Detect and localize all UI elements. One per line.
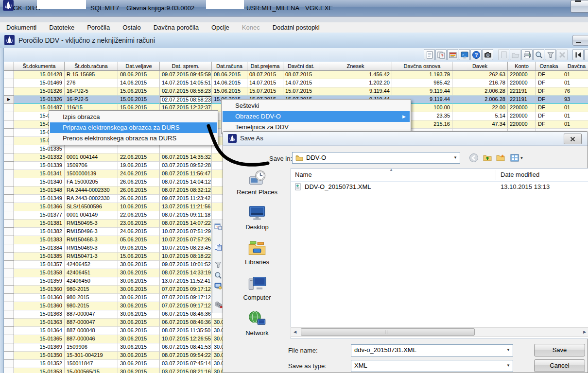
cell[interactable]: DF <box>536 104 562 112</box>
cell[interactable]: 26.06.2015 <box>118 186 160 195</box>
cell[interactable]: 15.06.2015 <box>118 96 160 104</box>
cell[interactable]: 06.07.2015 14:35:32 <box>160 153 212 162</box>
nav-first-icon[interactable] <box>572 49 584 60</box>
menu-item-obrazec-ddv-o[interactable]: Obrazec DDV-O▶ <box>223 111 410 122</box>
cell[interactable]: 10.06.2015 <box>118 203 160 211</box>
cell[interactable]: 09.07.2015 11:23:42 <box>160 195 212 203</box>
row-marker[interactable] <box>4 327 14 335</box>
cell[interactable]: 1509906 <box>65 343 118 352</box>
cell[interactable]: 30.06.2015 <box>118 327 160 335</box>
row-marker[interactable] <box>4 87 14 96</box>
table-row[interactable]: 15-01428R-15-1569508.06.201509.07.2015 0… <box>4 71 588 79</box>
cell[interactable]: DF <box>536 96 562 104</box>
cell[interactable]: 03.07.2015 08:21:16 <box>160 368 212 373</box>
cell[interactable]: 08.07.2015 09:54:22 <box>160 352 212 360</box>
cell[interactable]: 10.07.2015 12:26:55 <box>160 335 212 343</box>
cell[interactable]: 24.06.2015 <box>118 170 160 178</box>
row-marker[interactable] <box>4 79 14 87</box>
cell[interactable]: 15-01326 <box>14 96 65 104</box>
column-header-5[interactable]: Dat.računa <box>212 62 247 71</box>
row-marker[interactable] <box>4 195 14 203</box>
file-row[interactable]: DDV-O_20150731.XML13.10.2015 13:13 <box>291 182 588 192</box>
zoom-icon[interactable] <box>533 49 544 60</box>
nav-prev-icon[interactable] <box>584 49 588 60</box>
cell[interactable]: 15-01385 <box>14 253 65 261</box>
cell[interactable]: RM150496-3 <box>65 228 118 236</box>
menu-datoteke[interactable]: Datoteke <box>43 24 81 31</box>
row-marker[interactable] <box>4 170 14 178</box>
cell[interactable]: 01 <box>562 104 588 112</box>
cell[interactable]: 15-01326 <box>14 87 65 96</box>
cell[interactable]: 15-01384 <box>14 244 65 253</box>
cell[interactable]: 08.07.2015 <box>283 71 319 79</box>
row-marker[interactable] <box>4 319 14 327</box>
row-marker[interactable] <box>4 220 14 228</box>
cell[interactable]: 276 <box>65 79 118 87</box>
views-menu-button[interactable]: ▼ <box>508 153 525 163</box>
cell[interactable]: 15-01469 <box>14 79 65 87</box>
row-marker[interactable] <box>4 360 14 368</box>
cell[interactable] <box>118 145 160 153</box>
place-computer[interactable]: Computer <box>225 275 289 301</box>
cell[interactable]: 15-01360 <box>14 294 65 302</box>
cell[interactable]: 15-01332 <box>14 153 65 162</box>
cell[interactable]: 10.07.2015 08:23:45 <box>160 244 212 253</box>
row-marker[interactable] <box>4 261 14 269</box>
cell[interactable]: 15.06.2015 <box>118 253 160 261</box>
row-marker[interactable] <box>4 211 14 220</box>
cell[interactable]: 887-000047 <box>65 310 118 319</box>
cell[interactable]: 03.07.2015 09:52:28 <box>160 162 212 170</box>
cell[interactable]: 03.07.2015 07:45:14 <box>160 360 212 368</box>
column-header-9[interactable]: Davčna osnova <box>392 62 452 71</box>
cell[interactable]: SLS/16500596 <box>65 203 118 211</box>
row-marker[interactable] <box>4 162 14 170</box>
menu-opcije[interactable]: Opcije <box>205 24 236 31</box>
cell[interactable]: 22.06.2015 <box>118 211 160 220</box>
cell[interactable]: 23.06.2015 <box>118 220 160 228</box>
cell[interactable]: R-15-15695 <box>65 71 118 79</box>
cell[interactable]: 887-000046 <box>65 335 118 343</box>
row-marker-current[interactable]: ▶ <box>4 96 14 104</box>
table-row[interactable]: 15-0132616-PJ2-515.06.201502.07.2015 08:… <box>4 87 588 96</box>
cell[interactable]: 15-01369 <box>14 343 65 352</box>
cell[interactable]: 01 <box>562 71 588 79</box>
row-marker[interactable] <box>4 203 14 211</box>
row-marker[interactable] <box>4 186 14 195</box>
cell[interactable]: 15-01353 <box>14 368 65 373</box>
cell[interactable]: 08.07.2015 09:11:18 <box>160 211 212 220</box>
cell[interactable]: 01 <box>562 79 588 87</box>
cell[interactable]: 06.07.2015 08:41:53 <box>160 343 212 352</box>
name-column-header[interactable]: Name <box>295 169 312 181</box>
scroll-right-icon[interactable]: ▶ <box>581 328 588 336</box>
cell[interactable]: 07.07.2015 09:17:12 <box>160 286 212 294</box>
cell[interactable]: 0001 004144 <box>65 153 118 162</box>
cell[interactable]: 01 <box>562 112 588 120</box>
back-button[interactable] <box>468 153 479 163</box>
row-marker[interactable] <box>4 269 14 277</box>
cell[interactable]: RM150469-3 <box>65 244 118 253</box>
cell[interactable]: 1.193.79 <box>392 71 452 79</box>
column-header-11[interactable]: Konto <box>508 62 536 71</box>
cell[interactable]: RM150495-3 <box>65 220 118 228</box>
cell[interactable]: 15-01377 <box>14 211 65 220</box>
cell[interactable]: 26.06.2015 <box>118 178 160 186</box>
cell[interactable]: 07.07.2015 09:17:12 <box>160 294 212 302</box>
cell[interactable]: 30.06.2015 <box>118 302 160 310</box>
cell[interactable]: 26.06.2015 <box>118 195 160 203</box>
cell[interactable]: 1500000139 <box>65 170 118 178</box>
cell[interactable]: RM150471-3 <box>65 253 118 261</box>
menu-item-priprava-elektronskega-obrazca-za-durs[interactable]: Priprava elektronskega obrazca za DURS <box>50 122 217 133</box>
row-marker[interactable] <box>4 253 14 261</box>
new-folder-button[interactable] <box>495 153 506 163</box>
cell[interactable]: 15-01348 <box>14 186 65 195</box>
menu-dav-na-poro-ila[interactable]: Davčna poročila <box>147 24 205 31</box>
place-libraries[interactable]: Libraries <box>225 239 289 266</box>
menu-item-se-tevki[interactable]: Seštevki <box>223 101 410 111</box>
cell[interactable]: 15-01352 <box>14 360 65 368</box>
up-one-level-button[interactable] <box>482 153 493 163</box>
row-marker[interactable] <box>4 129 14 137</box>
new-doc-icon[interactable] <box>498 49 509 60</box>
cell[interactable]: 08.07.2015 14:04:12 <box>160 178 212 186</box>
row-marker[interactable] <box>4 153 14 162</box>
cell[interactable]: 16-PJ2-5 <box>65 87 118 96</box>
